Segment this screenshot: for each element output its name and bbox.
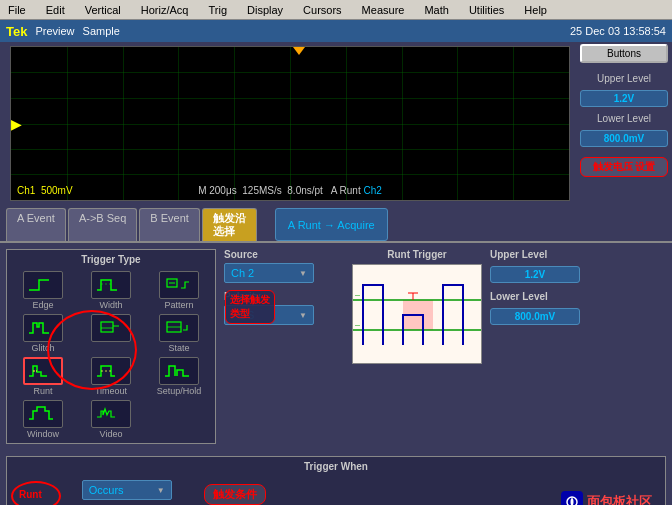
tab-acquire[interactable]: A Runt → Acquire bbox=[275, 208, 388, 241]
scope-screen: ▶ Ch1 500mV M 200μs 125MS/s 8.0ns/pt A R… bbox=[10, 46, 570, 201]
menu-utilities[interactable]: Utilities bbox=[465, 4, 508, 16]
runt-circle-area: Runt bbox=[19, 489, 46, 500]
scope-area: ▶ Ch1 500mV M 200μs 125MS/s 8.0ns/pt A R… bbox=[0, 42, 672, 205]
trig-setup-label: Setup/Hold bbox=[157, 386, 202, 396]
tabs-bar: A Event A->B Seq B Event 触发沿选择 A Runt → … bbox=[0, 205, 672, 241]
menu-bar: File Edit Vertical Horiz/Acq Trig Displa… bbox=[0, 0, 672, 20]
menu-file[interactable]: File bbox=[4, 4, 30, 16]
trig-video[interactable]: Video bbox=[79, 400, 143, 439]
polarity-dropdown-arrow: ▼ bbox=[299, 311, 307, 320]
watermark-text: 面包板社区 bbox=[587, 493, 652, 505]
trig-timeout-label: Timeout bbox=[95, 386, 127, 396]
trig-width[interactable]: Width bbox=[79, 271, 143, 310]
buttons-btn[interactable]: Buttons bbox=[580, 44, 668, 63]
menu-horiz[interactable]: Horiz/Acq bbox=[137, 4, 193, 16]
title-sample: Sample bbox=[83, 25, 120, 37]
trig-logic[interactable] bbox=[79, 314, 143, 353]
trig-edge-label: Edge bbox=[32, 300, 53, 310]
runt-occurs-label: Runt bbox=[19, 489, 42, 500]
trig-glitch[interactable]: Glitch bbox=[11, 314, 75, 353]
lower-level-ctrl[interactable]: 800.0mV bbox=[490, 308, 580, 325]
menu-help[interactable]: Help bbox=[520, 4, 551, 16]
menu-cursors[interactable]: Cursors bbox=[299, 4, 346, 16]
grid-v8 bbox=[457, 47, 458, 200]
svg-text:─: ─ bbox=[354, 292, 360, 299]
voltage-annotation-area: 触发电压 设置 bbox=[580, 157, 668, 177]
trigger-type-title: Trigger Type bbox=[11, 254, 211, 265]
trig-window-icon bbox=[23, 400, 63, 428]
timestamp: 25 Dec 03 13:58:54 bbox=[570, 25, 666, 37]
tab-b-event[interactable]: B Event bbox=[139, 208, 200, 241]
trig-window[interactable]: Window bbox=[11, 400, 75, 439]
grid-v9 bbox=[513, 47, 514, 200]
trig-runt-label: Runt bbox=[33, 386, 52, 396]
grid-v2 bbox=[123, 47, 124, 200]
svg-text:─: ─ bbox=[354, 322, 360, 329]
trig-state[interactable]: State bbox=[147, 314, 211, 353]
watermark-area: 面包板社区 bbox=[561, 491, 652, 505]
menu-display[interactable]: Display bbox=[243, 4, 287, 16]
grid-v7 bbox=[402, 47, 403, 200]
runt-diagram: ─ ─ bbox=[352, 264, 482, 364]
tab-ab-seq[interactable]: A->B Seq bbox=[68, 208, 137, 241]
upper-level-label: Upper Level bbox=[580, 73, 668, 84]
upper-level-ctrl[interactable]: 1.2V bbox=[490, 266, 580, 283]
trig-runt[interactable]: Runt bbox=[11, 357, 75, 396]
tab-trig[interactable]: 触发沿选择 bbox=[202, 208, 257, 241]
upper-level-value[interactable]: 1.2V bbox=[580, 90, 668, 107]
lower-level-value[interactable]: 800.0mV bbox=[580, 130, 668, 147]
grid-v6 bbox=[346, 47, 347, 200]
trig-logic-icon bbox=[91, 314, 131, 342]
source-dropdown[interactable]: Ch 2 ▼ bbox=[224, 263, 314, 283]
menu-math[interactable]: Math bbox=[420, 4, 452, 16]
lower-level-ctrl-label: Lower Level bbox=[490, 291, 580, 302]
scope-ch1-info: Ch1 500mV bbox=[17, 185, 73, 196]
trigger-condition-annotation: 触发条件 bbox=[204, 484, 266, 505]
menu-vertical[interactable]: Vertical bbox=[81, 4, 125, 16]
tab-a-event[interactable]: A Event bbox=[6, 208, 66, 241]
trig-glitch-icon bbox=[23, 314, 63, 342]
title-bar: Tek Preview Sample 25 Dec 03 13:58:54 bbox=[0, 20, 672, 42]
right-controls: Source Ch 2 ▼ Polarity POS ▼ Runt Trigge… bbox=[224, 249, 666, 444]
trig-edge-icon bbox=[23, 271, 63, 299]
trig-video-label: Video bbox=[100, 429, 123, 439]
occurs-dropdown[interactable]: Occurs ▼ bbox=[82, 480, 172, 500]
grid-v3 bbox=[178, 47, 179, 200]
source-section: Source Ch 2 ▼ Polarity POS ▼ bbox=[224, 249, 344, 444]
source-dropdown-arrow: ▼ bbox=[299, 269, 307, 278]
grid-v4 bbox=[234, 47, 235, 200]
trig-window-label: Window bbox=[27, 429, 59, 439]
ch1-level-marker: ▶ bbox=[11, 116, 22, 132]
right-scope-panel: Buttons Upper Level 1.2V Lower Level 800… bbox=[580, 44, 668, 203]
trigger-marker bbox=[293, 47, 305, 55]
trig-edge[interactable]: Edge bbox=[11, 271, 75, 310]
trig-state-label: State bbox=[168, 343, 189, 353]
runt-diagram-section: Runt Trigger bbox=[352, 249, 482, 444]
trigger-type-box: Trigger Type Edge bbox=[6, 249, 216, 444]
select-trigger-annotation: 选择触发类型 bbox=[225, 290, 275, 324]
menu-edit[interactable]: Edit bbox=[42, 4, 69, 16]
trig-timeout[interactable]: Timeout bbox=[79, 357, 143, 396]
grid-lines bbox=[11, 47, 569, 200]
trig-width-icon bbox=[91, 271, 131, 299]
tek-logo: Tek bbox=[6, 24, 27, 39]
trig-timeout-icon bbox=[91, 357, 131, 385]
trig-pattern-label: Pattern bbox=[164, 300, 193, 310]
menu-trig[interactable]: Trig bbox=[204, 4, 231, 16]
main-wrapper: File Edit Vertical Horiz/Acq Trig Displa… bbox=[0, 0, 672, 505]
trigger-when-title: Trigger When bbox=[15, 461, 657, 472]
watermark-icon bbox=[561, 491, 583, 505]
trig-setup[interactable]: Setup/Hold bbox=[147, 357, 211, 396]
menu-measure[interactable]: Measure bbox=[358, 4, 409, 16]
trig-width-label: Width bbox=[99, 300, 122, 310]
level-controls-right: Upper Level 1.2V Lower Level 800.0mV bbox=[490, 249, 580, 444]
trig-pattern[interactable]: Pattern bbox=[147, 271, 211, 310]
grid-v1 bbox=[67, 47, 68, 200]
trig-setup-icon bbox=[159, 357, 199, 385]
voltage-annotation: 触发电压 设置 bbox=[580, 157, 668, 177]
lower-level-label: Lower Level bbox=[580, 113, 668, 124]
runt-trigger-title: Runt Trigger bbox=[387, 249, 446, 260]
trig-glitch-label: Glitch bbox=[31, 343, 54, 353]
occurs-arrow: ▼ bbox=[157, 486, 165, 495]
trig-runt-icon bbox=[23, 357, 63, 385]
